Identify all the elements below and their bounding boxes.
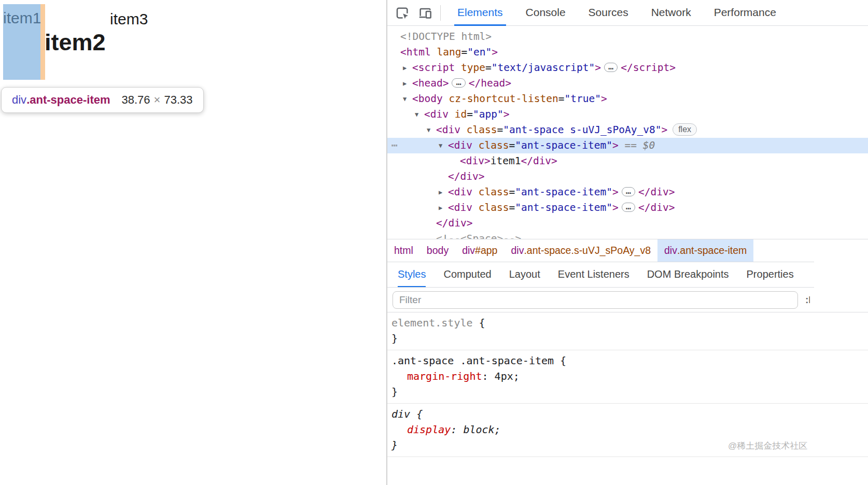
code-token: ; [513,370,520,382]
rule-close-brace: } [391,331,868,346]
code-token: > [661,124,667,136]
code-token: lang [437,46,461,58]
sidebar-tab-event-listeners[interactable]: Event Listeners [558,262,629,288]
tree-line[interactable]: ▶<div class="ant-space-item">…</div> [387,184,868,200]
collapse-arrow-icon[interactable]: ▼ [427,122,430,138]
rule-selector[interactable]: element.style { [391,315,868,331]
tab-elements[interactable]: Elements [454,0,506,26]
tree-line[interactable]: ▼<div class="ant-space s-uVJ_sPoAy_v8">f… [387,122,868,138]
code-token: "ant-space-item" [515,186,612,198]
code-token: { [473,317,485,329]
css-declaration[interactable]: margin-right: 4px; [391,368,868,384]
code-token: > [492,46,498,58]
sidebar-tab-styles[interactable]: Styles [398,262,426,288]
crumb-suffix: #app [475,245,497,256]
tree-line[interactable]: ▼<body cz-shortcut-listen="true"> [387,91,868,107]
code-token: = [558,93,565,105]
breadcrumb-item[interactable]: div#app [455,239,504,262]
devtools-tab-strip: ElementsConsoleSourcesNetworkPerformance [446,0,788,26]
code-token: <div [436,124,460,136]
expand-arrow-icon[interactable]: ▶ [403,76,407,91]
tab-console[interactable]: Console [523,0,569,26]
tab-performance[interactable]: Performance [711,0,779,26]
sidebar-tab-computed[interactable]: Computed [443,262,491,288]
more-actions-icon[interactable]: ⋯ [391,138,398,153]
tree-line[interactable]: <!--<Space>--> [387,231,868,239]
collapsed-ellipsis-icon[interactable]: … [604,63,618,72]
inspect-tooltip: div.ant-space-item 38.76 × 73.33 [1,87,204,113]
tooltip-times-icon: × [154,93,161,107]
code-token: <body [412,93,443,105]
tree-line[interactable]: <!DOCTYPE html> [387,29,868,45]
tooltip-element-tag: div [12,93,26,107]
styles-filter-input[interactable] [393,291,798,309]
tree-line[interactable]: ▼<div id="app"> [387,107,868,122]
code-token: <!DOCTYPE html> [400,31,492,42]
code-token: class [467,124,497,136]
device-toolbar-button[interactable] [416,3,434,23]
code-token: = [509,186,515,198]
code-token [449,108,455,120]
collapse-arrow-icon[interactable]: ▼ [415,107,418,122]
tooltip-width: 38.76 [122,93,150,107]
code-token: class [479,186,509,198]
code-token: > [595,62,601,74]
device-toolbar-icon [417,5,433,21]
code-token: "ant-space-item" [515,202,612,213]
expand-arrow-icon[interactable]: ▶ [439,200,442,216]
code-token: <div [424,108,449,120]
tree-line[interactable]: ▶<script type="text/javascript">…</scrip… [387,60,868,76]
tree-line[interactable]: </div> [387,169,868,184]
sidebar-tab-layout[interactable]: Layout [509,262,540,288]
css-property-value: 4px [495,370,513,382]
crumb-tag: div [511,245,524,256]
code-token: = [467,108,473,120]
code-token: "app" [473,108,503,120]
collapse-arrow-icon[interactable]: ▼ [403,91,407,107]
sidebar-tab-strip: StylesComputedLayoutEvent ListenersDOM B… [387,262,814,288]
breadcrumb-item[interactable]: div.ant-space.s-uVJ_sPoAy_v8 [504,239,657,262]
tree-line[interactable]: <div>item1</div> [387,153,868,169]
collapse-arrow-icon[interactable]: ▼ [439,138,442,153]
expand-arrow-icon[interactable]: ▶ [403,60,407,76]
hov-toggle-partial[interactable]: :hov [805,293,810,307]
style-rules: element.style {}.ant-space .ant-space-it… [387,312,868,457]
tree-line[interactable]: ⋯▼<div class="ant-space-item"> == $0 [387,138,868,153]
code-token: = [485,62,492,74]
expand-arrow-icon[interactable]: ▶ [439,184,442,200]
flex-badge[interactable]: flex [673,123,697,136]
breadcrumb: htmlbodydiv#appdiv.ant-space.s-uVJ_sPoAy… [387,239,868,262]
inspect-element-button[interactable] [394,3,411,23]
tree-line[interactable]: </div> [387,216,868,231]
breadcrumb-item[interactable]: div.ant-space-item [657,239,753,262]
breadcrumb-item[interactable]: html [387,239,420,262]
sidebar-tab-dom-breakpoints[interactable]: DOM Breakpoints [647,262,729,288]
css-declaration[interactable]: display: block; [391,422,868,437]
code-token: "text/javascript" [492,62,595,74]
code-token: </div> [436,217,472,229]
breadcrumb-item[interactable]: body [420,239,455,262]
code-token: item1 [491,155,521,167]
tab-network[interactable]: Network [648,0,694,26]
sidebar-tab-properties[interactable]: Properties [747,262,794,288]
code-token: element.style [391,317,473,329]
crumb-tag: body [427,245,449,256]
collapsed-ellipsis-icon[interactable]: … [622,187,635,196]
screenshot-root: item1 item2 item3 div.ant-space-item 38.… [0,0,868,485]
tree-line[interactable]: ▶<head>…</head> [387,76,868,91]
dom-tree: <!DOCTYPE html><html lang="en">▶<script … [387,26,868,239]
code-token: <head> [412,77,449,89]
collapsed-ellipsis-icon[interactable]: … [622,203,635,212]
code-token: = [509,139,515,151]
tree-line[interactable]: <html lang="en"> [387,45,868,60]
code-token: > [612,202,619,213]
tab-sources[interactable]: Sources [585,0,632,26]
code-token: class [479,202,509,213]
code-token: ; [495,423,501,436]
rule-selector[interactable]: .ant-space .ant-space-item { [391,353,868,368]
code-token: > [601,93,607,105]
collapsed-ellipsis-icon[interactable]: … [452,78,465,88]
code-token: = [509,202,515,213]
rule-selector[interactable]: div { [391,406,868,422]
tree-line[interactable]: ▶<div class="ant-space-item">…</div> [387,200,868,216]
